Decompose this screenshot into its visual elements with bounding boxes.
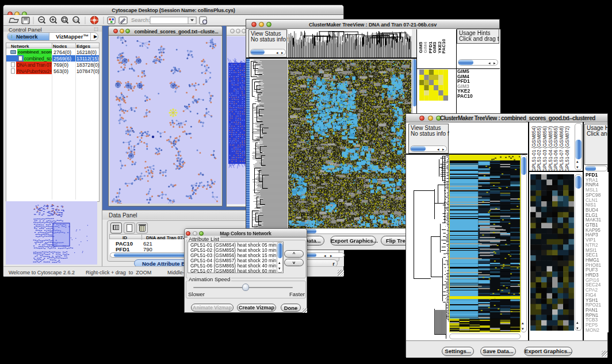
svg-text:Search:: Search: [131,17,150,23]
svg-text:1:1: 1:1 [74,18,78,22]
